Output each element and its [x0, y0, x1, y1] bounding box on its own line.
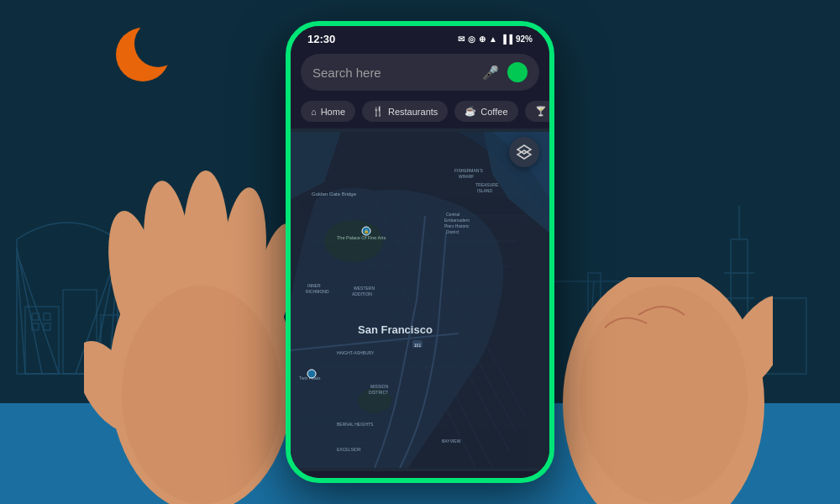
svg-text:The Palace Of Fine Arts: The Palace Of Fine Arts	[337, 235, 386, 240]
svg-marker-88	[517, 145, 531, 154]
moon	[109, 25, 168, 84]
status-bar: 12:30 ✉ ◎ ⊕ ▲ ▐▐ 92%	[291, 26, 549, 49]
svg-text:Central: Central	[446, 212, 459, 217]
svg-text:EXCELSIOR: EXCELSIOR	[337, 447, 361, 452]
search-bar[interactable]: Search here 🎤	[301, 54, 539, 91]
hand-left	[84, 126, 319, 504]
bars-icon: 🍸	[535, 106, 547, 117]
home-icon: ⌂	[311, 107, 317, 117]
svg-point-87	[307, 370, 316, 378]
restaurants-label: Restaurants	[388, 107, 438, 117]
svg-text:BAYVIEW: BAYVIEW	[442, 438, 461, 444]
map-svg: 101 Golden Gate Bridge FISHERMAN'S WHARF…	[291, 129, 549, 471]
phone-screen: 12:30 ✉ ◎ ⊕ ▲ ▐▐ 92% Search here 🎤	[291, 26, 549, 478]
background: 12:30 ✉ ◎ ⊕ ▲ ▐▐ 92% Search here 🎤	[0, 0, 840, 504]
phone: 12:30 ✉ ◎ ⊕ ▲ ▐▐ 92% Search here 🎤	[286, 21, 554, 483]
battery-text: 92%	[516, 34, 533, 44]
svg-text:TREASURE: TREASURE	[475, 182, 499, 187]
svg-text:Embarcadero: Embarcadero	[444, 218, 470, 223]
svg-point-39	[122, 286, 281, 504]
hand-right	[554, 277, 773, 504]
filter-coffee[interactable]: ☕ Coffee	[454, 101, 517, 122]
svg-text:FISHERMAN'S: FISHERMAN'S	[454, 168, 483, 173]
vpn-icon: ⊕	[479, 34, 486, 44]
coffee-icon: ☕	[465, 106, 476, 117]
svg-rect-13	[44, 313, 50, 320]
layer-toggle-button[interactable]	[509, 137, 539, 167]
filter-restaurants[interactable]: 🍴 Restaurants	[362, 101, 448, 122]
svg-text:San Francisco: San Francisco	[358, 323, 433, 336]
coffee-label: Coffee	[480, 107, 507, 117]
svg-marker-89	[517, 150, 531, 159]
svg-text:101: 101	[414, 343, 422, 348]
filter-home[interactable]: ⌂ Home	[301, 101, 355, 122]
svg-text:ISLAND: ISLAND	[477, 188, 492, 193]
svg-text:Golden Gate Bridge: Golden Gate Bridge	[312, 192, 357, 197]
status-time: 12:30	[307, 33, 335, 45]
search-placeholder: Search here	[312, 66, 474, 80]
google-dot	[507, 62, 528, 82]
signal-icon: ▐▐	[501, 34, 512, 44]
svg-text:INNER: INNER	[307, 283, 321, 288]
filter-bars[interactable]: 🍸 B...	[525, 101, 549, 122]
filter-chips: ⌂ Home 🍴 Restaurants ☕ Coffee 🍸 B...	[291, 97, 549, 129]
svg-text:Piers Historic: Piers Historic	[444, 223, 470, 228]
wifi-icon: ▲	[489, 34, 497, 44]
search-area: Search here 🎤	[291, 49, 549, 97]
restaurants-icon: 🍴	[372, 106, 384, 117]
svg-rect-15	[44, 323, 50, 330]
svg-text:HAIGHT-ASHBURY: HAIGHT-ASHBURY	[337, 350, 375, 355]
email-icon: ✉	[458, 34, 465, 44]
status-icons: ✉ ◎ ⊕ ▲ ▐▐ 92%	[458, 34, 533, 44]
svg-text:RICHMOND: RICHMOND	[306, 289, 329, 294]
svg-point-42	[580, 286, 748, 504]
mic-icon[interactable]: 🎤	[482, 65, 499, 81]
svg-point-61	[324, 220, 383, 262]
svg-text:DISTRICT: DISTRICT	[369, 390, 388, 395]
svg-text:MISSION: MISSION	[370, 384, 389, 389]
svg-text:BERNAL HEIGHTS: BERNAL HEIGHTS	[337, 422, 374, 427]
svg-text:ADDITION: ADDITION	[352, 291, 372, 297]
location-icon: ◎	[468, 34, 475, 44]
home-label: Home	[321, 107, 345, 117]
svg-text:WHARF: WHARF	[459, 174, 474, 179]
svg-text:District: District	[446, 229, 459, 234]
svg-text:WESTERN: WESTERN	[354, 286, 375, 291]
svg-text:🔒: 🔒	[364, 228, 370, 234]
map-area[interactable]: 101 Golden Gate Bridge FISHERMAN'S WHARF…	[291, 129, 549, 471]
layers-icon	[516, 144, 533, 160]
phone-outer: 12:30 ✉ ◎ ⊕ ▲ ▐▐ 92% Search here 🎤	[286, 21, 554, 483]
